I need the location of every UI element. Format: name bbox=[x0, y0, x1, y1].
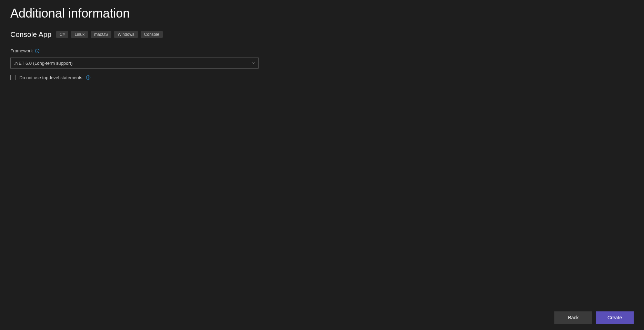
back-button[interactable]: Back bbox=[554, 311, 592, 324]
top-level-statements-row: Do not use top-level statements bbox=[10, 75, 644, 80]
tag-macos: macOS bbox=[91, 31, 111, 38]
framework-label-row: Framework bbox=[10, 48, 644, 53]
chevron-down-icon bbox=[252, 62, 255, 64]
form-section: Framework .NET 6.0 (Long-term support) D… bbox=[0, 39, 644, 80]
tag-windows: Windows bbox=[114, 31, 138, 38]
framework-dropdown-value: .NET 6.0 (Long-term support) bbox=[14, 61, 73, 66]
svg-point-5 bbox=[88, 76, 88, 77]
project-name: Console App bbox=[10, 30, 51, 39]
button-bar: Back Create bbox=[554, 311, 634, 324]
svg-point-2 bbox=[37, 50, 37, 50]
tag-linux: Linux bbox=[71, 31, 88, 38]
create-button[interactable]: Create bbox=[596, 311, 634, 324]
framework-dropdown[interactable]: .NET 6.0 (Long-term support) bbox=[10, 58, 259, 69]
top-level-statements-label: Do not use top-level statements bbox=[19, 75, 82, 80]
tag-csharp: C# bbox=[56, 31, 68, 38]
framework-label: Framework bbox=[10, 48, 33, 53]
project-header: Console App C# Linux macOS Windows Conso… bbox=[0, 21, 644, 39]
project-tags: C# Linux macOS Windows Console bbox=[56, 31, 163, 38]
tag-console: Console bbox=[141, 31, 163, 38]
info-icon[interactable] bbox=[35, 49, 40, 53]
page-title: Additional information bbox=[0, 0, 644, 21]
info-icon[interactable] bbox=[86, 75, 91, 80]
top-level-statements-checkbox[interactable] bbox=[10, 75, 16, 80]
